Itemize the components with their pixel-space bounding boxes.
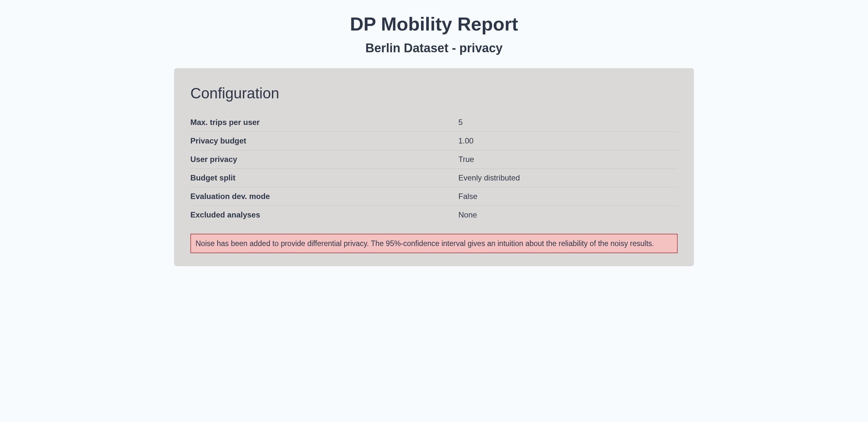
configuration-heading: Configuration — [190, 85, 678, 102]
config-label: Evaluation dev. mode — [190, 187, 458, 206]
config-value: True — [458, 150, 678, 169]
table-row: Max. trips per user 5 — [190, 113, 678, 132]
config-value: 5 — [458, 113, 678, 132]
configuration-panel: Configuration Max. trips per user 5 Priv… — [174, 68, 694, 266]
config-value: Evenly distributed — [458, 169, 678, 187]
config-label: Privacy budget — [190, 132, 458, 150]
config-value: 1.00 — [458, 132, 678, 150]
table-row: Privacy budget 1.00 — [190, 132, 678, 150]
table-row: Excluded analyses None — [190, 206, 678, 224]
config-label: Max. trips per user — [190, 113, 458, 132]
configuration-table: Max. trips per user 5 Privacy budget 1.0… — [190, 113, 678, 224]
table-row: User privacy True — [190, 150, 678, 169]
page-subtitle: Berlin Dataset - privacy — [174, 41, 694, 55]
config-value: False — [458, 187, 678, 206]
table-row: Evaluation dev. mode False — [190, 187, 678, 206]
report-container: DP Mobility Report Berlin Dataset - priv… — [174, 13, 694, 266]
config-label: Excluded analyses — [190, 206, 458, 224]
table-row: Budget split Evenly distributed — [190, 169, 678, 187]
config-label: Budget split — [190, 169, 458, 187]
page-title: DP Mobility Report — [174, 13, 694, 35]
config-label: User privacy — [190, 150, 458, 169]
privacy-notice: Noise has been added to provide differen… — [190, 234, 678, 253]
config-value: None — [458, 206, 678, 224]
